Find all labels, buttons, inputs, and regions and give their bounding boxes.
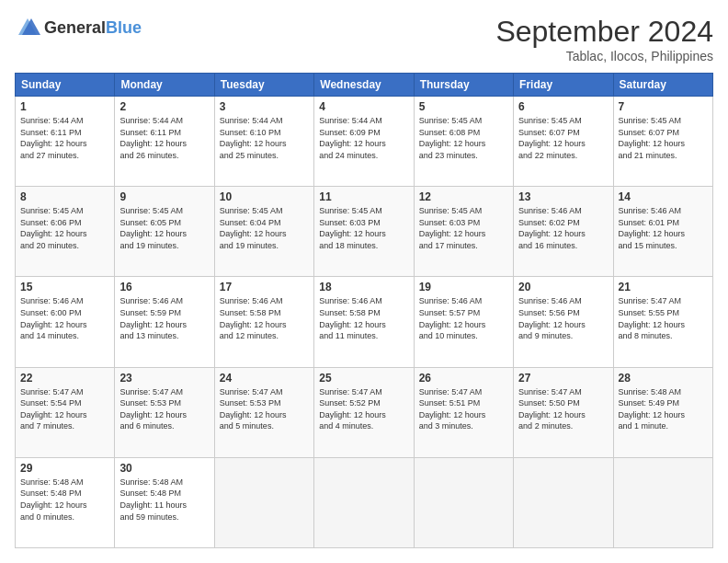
day-info: Sunrise: 5:45 AM Sunset: 6:07 PM Dayligh… [518,115,608,161]
header-thursday: Thursday [414,74,513,97]
table-row: 15 Sunrise: 5:46 AM Sunset: 6:00 PM Dayl… [16,277,115,367]
table-row [314,457,414,547]
logo: GeneralBlue [15,15,142,40]
table-row: 8 Sunrise: 5:45 AM Sunset: 6:06 PM Dayli… [16,187,115,277]
day-info: Sunrise: 5:46 AM Sunset: 5:58 PM Dayligh… [220,295,309,341]
day-info: Sunrise: 5:47 AM Sunset: 5:54 PM Dayligh… [20,386,109,432]
header: GeneralBlue September 2024 Tablac, Iloco… [15,15,713,63]
table-row: 29 Sunrise: 5:48 AM Sunset: 5:48 PM Dayl… [16,457,115,547]
day-number: 1 [20,100,109,113]
day-number: 10 [220,190,309,203]
table-row: 2 Sunrise: 5:44 AM Sunset: 6:11 PM Dayli… [115,97,214,187]
table-row: 18 Sunrise: 5:46 AM Sunset: 5:58 PM Dayl… [314,277,414,367]
day-number: 24 [220,372,309,385]
day-number: 25 [319,372,408,385]
table-row: 10 Sunrise: 5:45 AM Sunset: 6:04 PM Dayl… [214,187,313,277]
week-row: 1 Sunrise: 5:44 AM Sunset: 6:11 PM Dayli… [16,97,713,187]
day-number: 4 [319,100,408,113]
day-info: Sunrise: 5:48 AM Sunset: 5:48 PM Dayligh… [119,477,209,523]
week-row: 29 Sunrise: 5:48 AM Sunset: 5:48 PM Dayl… [16,457,713,547]
table-row: 7 Sunrise: 5:45 AM Sunset: 6:07 PM Dayli… [613,97,712,187]
day-info: Sunrise: 5:45 AM Sunset: 6:04 PM Dayligh… [220,205,309,251]
day-number: 14 [619,190,708,203]
table-row: 23 Sunrise: 5:47 AM Sunset: 5:53 PM Dayl… [115,367,214,457]
day-number: 28 [619,372,708,385]
day-number: 15 [20,281,109,293]
table-row: 25 Sunrise: 5:47 AM Sunset: 5:52 PM Dayl… [314,367,414,457]
day-info: Sunrise: 5:44 AM Sunset: 6:11 PM Dayligh… [119,115,209,161]
week-row: 8 Sunrise: 5:45 AM Sunset: 6:06 PM Dayli… [16,187,713,277]
header-monday: Monday [115,74,214,97]
logo-text: GeneralBlue [44,18,142,38]
table-row: 3 Sunrise: 5:44 AM Sunset: 6:10 PM Dayli… [214,97,313,187]
table-row: 22 Sunrise: 5:47 AM Sunset: 5:54 PM Dayl… [16,367,115,457]
table-row: 12 Sunrise: 5:45 AM Sunset: 6:03 PM Dayl… [414,187,513,277]
day-number: 18 [319,281,408,293]
calendar: Sunday Monday Tuesday Wednesday Thursday… [15,73,713,548]
day-number: 8 [20,190,109,203]
day-info: Sunrise: 5:48 AM Sunset: 5:48 PM Dayligh… [20,477,109,523]
header-tuesday: Tuesday [214,74,313,97]
table-row: 26 Sunrise: 5:47 AM Sunset: 5:51 PM Dayl… [414,367,513,457]
day-number: 26 [419,372,508,385]
day-info: Sunrise: 5:47 AM Sunset: 5:53 PM Dayligh… [220,386,309,432]
table-row: 14 Sunrise: 5:46 AM Sunset: 6:01 PM Dayl… [613,187,712,277]
day-info: Sunrise: 5:44 AM Sunset: 6:10 PM Dayligh… [220,115,309,161]
day-number: 5 [419,100,508,113]
day-info: Sunrise: 5:45 AM Sunset: 6:07 PM Dayligh… [619,115,708,161]
day-number: 27 [518,372,608,385]
table-row [613,457,712,547]
day-number: 3 [220,100,309,113]
table-row: 11 Sunrise: 5:45 AM Sunset: 6:03 PM Dayl… [314,187,414,277]
day-info: Sunrise: 5:47 AM Sunset: 5:51 PM Dayligh… [419,386,508,432]
table-row: 30 Sunrise: 5:48 AM Sunset: 5:48 PM Dayl… [115,457,214,547]
day-info: Sunrise: 5:44 AM Sunset: 6:09 PM Dayligh… [319,115,408,161]
day-info: Sunrise: 5:46 AM Sunset: 5:56 PM Dayligh… [518,295,608,341]
day-info: Sunrise: 5:47 AM Sunset: 5:52 PM Dayligh… [319,386,408,432]
day-number: 9 [119,190,209,203]
day-number: 11 [319,190,408,203]
general-blue-logo-icon [15,15,40,40]
day-info: Sunrise: 5:46 AM Sunset: 6:00 PM Dayligh… [20,295,109,341]
month-title: September 2024 [495,15,713,49]
table-row: 28 Sunrise: 5:48 AM Sunset: 5:49 PM Dayl… [613,367,712,457]
table-row: 9 Sunrise: 5:45 AM Sunset: 6:05 PM Dayli… [115,187,214,277]
day-info: Sunrise: 5:44 AM Sunset: 6:11 PM Dayligh… [20,115,109,161]
day-number: 12 [419,190,508,203]
day-number: 29 [20,462,109,475]
day-number: 23 [119,372,209,385]
day-info: Sunrise: 5:45 AM Sunset: 6:05 PM Dayligh… [119,205,209,251]
header-sunday: Sunday [16,74,115,97]
day-number: 30 [119,462,209,475]
day-info: Sunrise: 5:46 AM Sunset: 5:59 PM Dayligh… [119,295,209,341]
week-row: 15 Sunrise: 5:46 AM Sunset: 6:00 PM Dayl… [16,277,713,367]
day-info: Sunrise: 5:48 AM Sunset: 5:49 PM Dayligh… [619,386,708,432]
location: Tablac, Ilocos, Philippines [495,49,713,63]
day-number: 13 [518,190,608,203]
day-info: Sunrise: 5:45 AM Sunset: 6:03 PM Dayligh… [319,205,408,251]
day-info: Sunrise: 5:45 AM Sunset: 6:06 PM Dayligh… [20,205,109,251]
table-row [414,457,513,547]
day-info: Sunrise: 5:46 AM Sunset: 5:58 PM Dayligh… [319,295,408,341]
day-number: 22 [20,372,109,385]
day-number: 19 [419,281,508,293]
day-number: 7 [619,100,708,113]
day-number: 20 [518,281,608,293]
table-row: 13 Sunrise: 5:46 AM Sunset: 6:02 PM Dayl… [514,187,613,277]
day-number: 2 [119,100,209,113]
table-row: 17 Sunrise: 5:46 AM Sunset: 5:58 PM Dayl… [214,277,313,367]
table-row: 6 Sunrise: 5:45 AM Sunset: 6:07 PM Dayli… [514,97,613,187]
table-row [214,457,313,547]
table-row: 19 Sunrise: 5:46 AM Sunset: 5:57 PM Dayl… [414,277,513,367]
day-number: 21 [619,281,708,293]
header-friday: Friday [514,74,613,97]
day-info: Sunrise: 5:47 AM Sunset: 5:53 PM Dayligh… [119,386,209,432]
calendar-header-row: Sunday Monday Tuesday Wednesday Thursday… [16,74,713,97]
logo-area: GeneralBlue [15,15,142,40]
day-number: 17 [220,281,309,293]
table-row: 4 Sunrise: 5:44 AM Sunset: 6:09 PM Dayli… [314,97,414,187]
table-row: 21 Sunrise: 5:47 AM Sunset: 5:55 PM Dayl… [613,277,712,367]
header-saturday: Saturday [613,74,712,97]
day-info: Sunrise: 5:45 AM Sunset: 6:03 PM Dayligh… [419,205,508,251]
day-info: Sunrise: 5:47 AM Sunset: 5:50 PM Dayligh… [518,386,608,432]
